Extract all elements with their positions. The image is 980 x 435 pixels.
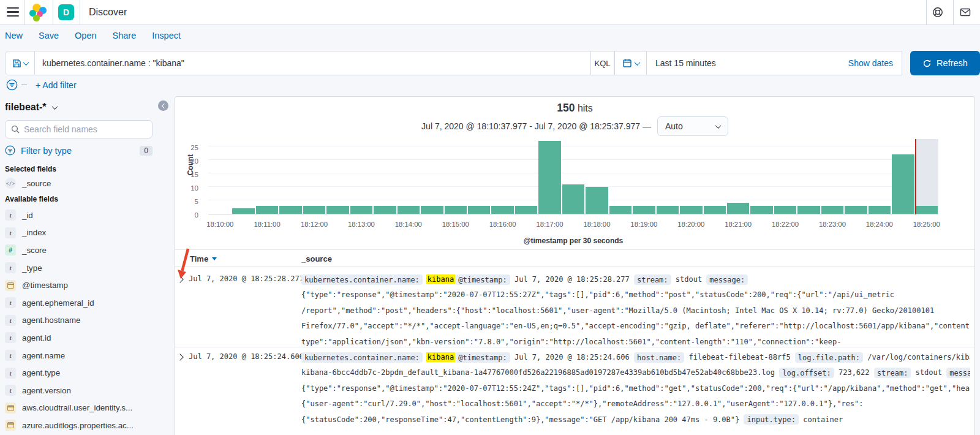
search-field-names-input[interactable] [24, 124, 146, 134]
add-filter-link[interactable]: + Add filter [36, 80, 77, 90]
histogram-bar[interactable] [326, 206, 349, 214]
histogram-bar[interactable] [633, 206, 655, 214]
source-column-header: _source [301, 254, 332, 263]
chart-time-range: Jul 7, 2020 @ 18:10:37.977 - Jul 7, 2020… [421, 121, 651, 131]
x-tick-label: 18:12:00 [301, 221, 328, 228]
query-bar: KQL Last 15 minutes Show dates Refresh [5, 51, 980, 75]
index-pattern-selector[interactable]: filebeat-* [5, 102, 57, 113]
text-field-icon: t [5, 227, 16, 238]
field-item-agent.hostname[interactable]: tagent.hostname [5, 312, 164, 330]
source-text: type":"application/json","kbn-version":"… [301, 338, 841, 346]
histogram-bar[interactable] [538, 141, 560, 214]
histogram-bar[interactable] [445, 206, 467, 214]
sort-desc-icon [212, 257, 217, 260]
histogram-plot[interactable] [208, 139, 938, 214]
histogram-bar[interactable] [421, 206, 443, 214]
doc-source-cell: kubernetes.container.name:kibana@timesta… [301, 272, 970, 350]
histogram-bar[interactable] [256, 206, 278, 214]
time-range-value[interactable]: Last 15 minutes [647, 58, 848, 68]
field-item-agent.version[interactable]: tagent.version [5, 382, 164, 399]
source-text: container [799, 415, 843, 424]
chevron-down-icon [23, 59, 29, 66]
nav-share[interactable]: Share [113, 31, 137, 40]
histogram-bar[interactable] [586, 187, 608, 214]
interval-select[interactable]: Auto [657, 116, 728, 136]
field-name-badge: log.file.path: [795, 352, 863, 363]
field-item-_source[interactable]: </>_source [5, 175, 164, 192]
histogram-bar[interactable] [279, 206, 301, 214]
doc-table-header: Time _source [175, 249, 974, 267]
histogram-bar[interactable] [303, 206, 325, 214]
nav-save[interactable]: Save [39, 31, 59, 40]
menu-hamburger-icon[interactable] [7, 7, 19, 17]
date-field-icon [5, 403, 16, 414]
histogram-bar[interactable] [232, 208, 254, 214]
histogram-bucket-18:23:00 [821, 139, 844, 214]
calendar-dropdown-button[interactable] [615, 51, 647, 75]
help-icon[interactable] [932, 6, 944, 18]
field-item-aws.cloudtrail.user_identity.s...[interactable]: aws.cloudtrail.user_identity.s... [5, 399, 164, 417]
field-item-agent.ephemeral_id[interactable]: tagent.ephemeral_id [5, 294, 164, 312]
histogram-bucket-18:20:00 [679, 139, 703, 214]
histogram-bar[interactable] [609, 206, 631, 214]
chevron-down-icon [634, 59, 640, 66]
nav-inspect[interactable]: Inspect [152, 31, 181, 40]
histogram-bar[interactable] [562, 184, 584, 214]
source-line: kibana-6bcc4ddb7c-2bpdm_default_kibana-1… [301, 365, 970, 380]
histogram-bar[interactable] [774, 206, 796, 214]
histogram-bucket-18:17:30 [562, 139, 585, 214]
saved-query-menu-button[interactable] [5, 51, 35, 75]
field-item-_type[interactable]: t_type [5, 259, 164, 277]
field-name-badge: message: [946, 368, 970, 378]
collapse-sidebar-button[interactable] [158, 100, 168, 111]
x-tick-label: 18:19:00 [630, 221, 657, 228]
field-item-_score[interactable]: #_score [5, 241, 164, 259]
x-tick-label: 18:11:00 [254, 221, 281, 228]
current-time-marker [915, 139, 916, 214]
field-item-agent.name[interactable]: tagent.name [5, 347, 164, 365]
histogram-bar[interactable] [491, 206, 513, 214]
show-dates-link[interactable]: Show dates [848, 58, 902, 68]
source-field-icon: </> [5, 178, 16, 189]
histogram-bar[interactable] [515, 206, 537, 214]
field-item-_index[interactable]: t_index [5, 224, 164, 242]
histogram-bar[interactable] [750, 206, 772, 214]
field-name: agent.name [22, 351, 65, 360]
histogram-bar[interactable] [892, 154, 914, 214]
refresh-button[interactable]: Refresh [910, 51, 980, 75]
field-item-agent.id[interactable]: tagent.id [5, 329, 164, 347]
nav-open[interactable]: Open [75, 31, 96, 40]
histogram-bar[interactable] [821, 206, 843, 214]
histogram-bucket-18:21:30 [750, 139, 773, 214]
histogram-bar[interactable] [916, 206, 938, 214]
elastic-logo-icon[interactable] [29, 3, 47, 21]
field-item-azure.auditlogs.properties.ac...[interactable]: azure.auditlogs.properties.ac... [5, 417, 164, 434]
histogram-bar[interactable] [468, 206, 490, 214]
histogram-bar[interactable] [845, 206, 867, 214]
nav-new[interactable]: New [5, 31, 23, 40]
field-name: agent.id [22, 333, 51, 342]
histogram-bar[interactable] [704, 206, 726, 214]
histogram-bar[interactable] [680, 206, 702, 214]
filter-icon[interactable] [6, 79, 18, 91]
histogram-bar[interactable] [350, 206, 372, 214]
histogram-bar[interactable] [374, 206, 396, 214]
time-column-header[interactable]: Time [190, 254, 217, 263]
query-input[interactable] [35, 51, 591, 75]
highlighted-term: kibana [426, 352, 455, 362]
histogram-bar[interactable] [727, 203, 749, 214]
histogram-bar[interactable] [797, 206, 820, 214]
field-item-agent.type[interactable]: tagent.type [5, 364, 164, 382]
histogram-bucket-18:13:30 [373, 139, 396, 214]
newsfeed-mail-icon[interactable] [959, 6, 971, 18]
field-item-_id[interactable]: t_id [5, 206, 164, 224]
filter-by-type-button[interactable]: Filter by type 0 [5, 145, 153, 156]
text-field-icon: t [5, 332, 16, 343]
histogram-bar[interactable] [398, 206, 420, 214]
field-item-@timestamp[interactable]: @timestamp [5, 276, 164, 294]
histogram-bar[interactable] [657, 206, 679, 214]
histogram-bar[interactable] [869, 206, 891, 214]
histogram-bucket-18:14:00 [397, 139, 420, 214]
query-language-kql-button[interactable]: KQL [591, 51, 614, 75]
app-badge-discover[interactable]: D [58, 4, 74, 20]
